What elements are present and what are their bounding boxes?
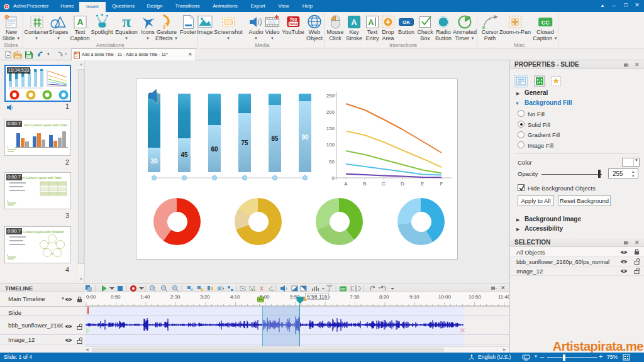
svg-text:OK: OK [402, 19, 410, 25]
svg-text:100: 100 [326, 142, 335, 148]
svg-text:A: A [77, 17, 83, 27]
svg-text:30: 30 [150, 158, 158, 165]
svg-text:A: A [351, 18, 357, 27]
svg-text:1: 1 [7, 253, 9, 256]
svg-text:60: 60 [211, 146, 218, 153]
svg-text:85: 85 [271, 135, 279, 142]
svg-text:75: 75 [241, 140, 248, 146]
svg-text:A: A [344, 181, 348, 187]
svg-text:200: 200 [326, 109, 335, 115]
svg-text:CC: CC [541, 19, 549, 25]
svg-text:You: You [289, 17, 297, 21]
svg-text:B: B [363, 181, 366, 187]
svg-text:Tube: Tube [289, 21, 298, 25]
svg-text:Text Content Layout with Chart: Text Content Layout with Chart [24, 123, 67, 127]
svg-text:D: D [401, 181, 404, 187]
svg-text:150: 150 [326, 126, 335, 131]
svg-text:250: 250 [326, 93, 335, 99]
svg-text:50: 50 [329, 159, 335, 165]
svg-text:Text Content Layout with Smart: Text Content Layout with SmartArt [16, 230, 64, 234]
svg-text:90: 90 [301, 134, 309, 141]
svg-text:F: F [440, 181, 443, 187]
svg-text:Text Content Layout with Table: Text Content Layout with Table [19, 176, 62, 180]
svg-text:C: C [382, 181, 386, 187]
svg-text:1: 1 [7, 146, 9, 149]
svg-text:E: E [421, 181, 424, 187]
svg-text:45: 45 [180, 151, 188, 158]
svg-text:A: A [368, 18, 374, 27]
svg-text:1: 1 [7, 199, 9, 202]
